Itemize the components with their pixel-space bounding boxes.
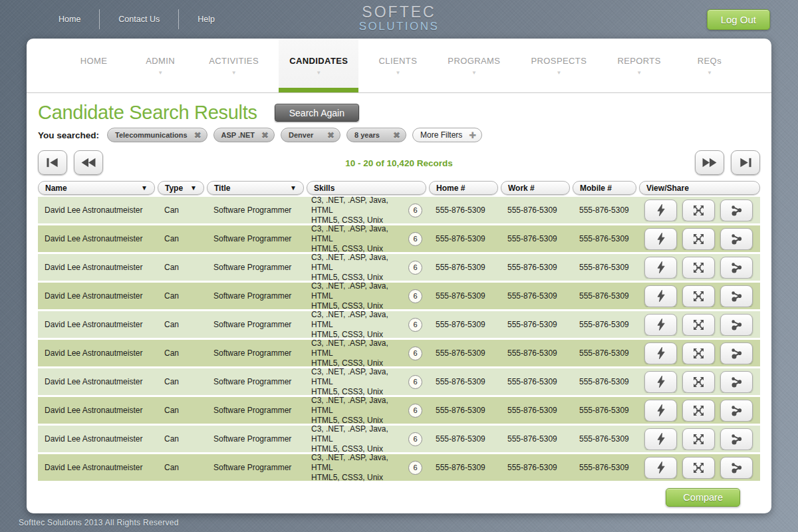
candidate-title: Software Programmer	[207, 234, 304, 243]
column-header-home-phone[interactable]: Home # ▼	[429, 181, 498, 195]
tab-prospects[interactable]: PROSPECTS ▼	[520, 39, 597, 92]
column-header-skills[interactable]: Skills ▼	[307, 181, 426, 195]
compare-button[interactable]: Compare	[666, 488, 740, 507]
expand-button[interactable]	[682, 200, 715, 221]
expand-button[interactable]	[682, 342, 715, 364]
compare-row: Compare	[38, 488, 760, 507]
candidate-type: Can	[158, 348, 204, 358]
expand-button[interactable]	[682, 257, 715, 279]
column-header-name[interactable]: Name ▼	[38, 181, 155, 195]
lightning-icon	[654, 403, 668, 418]
column-header-type[interactable]: Type ▼	[158, 181, 204, 195]
column-header-view-share[interactable]: View/Share ▼	[639, 181, 760, 195]
skills-line-1: C3, .NET, .ASP, Java, HTML	[311, 338, 408, 358]
share-button[interactable]	[720, 428, 753, 450]
expand-button[interactable]	[682, 285, 715, 307]
close-icon[interactable]: ✖	[327, 130, 334, 140]
table-row[interactable]: David Lee Astronautmeister Can Software …	[38, 454, 760, 481]
share-button[interactable]	[720, 371, 753, 393]
quick-view-button[interactable]	[644, 314, 677, 336]
first-page-button[interactable]	[38, 150, 67, 175]
topbar-link-contact-us[interactable]: Contact Us	[99, 9, 178, 29]
last-page-button[interactable]	[731, 150, 760, 175]
candidate-skills-cell: C3, .NET, .ASP, Java, HTML HTML5, CSS3, …	[307, 453, 426, 483]
tab-reqs[interactable]: REQs ▼	[681, 39, 738, 92]
previous-page-button[interactable]	[74, 150, 103, 175]
view-share-actions	[639, 371, 760, 393]
table-row[interactable]: David Lee Astronautmeister Can Software …	[38, 340, 760, 366]
topbar-link-help[interactable]: Help	[178, 9, 233, 29]
table-row[interactable]: David Lee Astronautmeister Can Software …	[38, 197, 760, 223]
mobile-phone: 555-876-5309	[573, 205, 636, 215]
quick-view-button[interactable]	[644, 342, 677, 364]
expand-button[interactable]	[682, 428, 715, 450]
topbar-link-home[interactable]: Home	[40, 9, 99, 29]
column-header-mobile-phone[interactable]: Mobile # ▼	[573, 181, 636, 195]
column-header-work-phone[interactable]: Work # ▼	[501, 181, 570, 195]
filter-pill[interactable]: ASP .NET ✖	[213, 128, 275, 142]
nav-tab-label: ACTIVITIES	[209, 56, 259, 66]
expand-button[interactable]	[682, 457, 715, 479]
share-button[interactable]	[720, 228, 753, 250]
filter-pill[interactable]: Denver ✖	[281, 128, 340, 142]
close-icon[interactable]: ✖	[261, 130, 269, 140]
column-header-title[interactable]: Title ▼	[207, 181, 304, 195]
expand-button[interactable]	[682, 314, 715, 336]
expand-button[interactable]	[682, 371, 715, 393]
chevron-down-icon: ▼	[395, 70, 400, 76]
next-page-button[interactable]	[695, 150, 724, 175]
share-button[interactable]	[720, 400, 753, 422]
table-row[interactable]: David Lee Astronautmeister Can Software …	[38, 311, 760, 338]
home-phone: 555-876-5309	[429, 205, 498, 215]
close-icon[interactable]: ✖	[194, 130, 201, 140]
table-row[interactable]: David Lee Astronautmeister Can Software …	[38, 368, 760, 395]
work-phone: 555-876-5309	[501, 320, 570, 329]
home-phone: 555-876-5309	[429, 434, 498, 444]
tab-clients[interactable]: CLIENTS ▼	[368, 39, 428, 92]
filter-pill[interactable]: Telecommunications ✖	[107, 128, 207, 142]
plus-icon: ✚	[469, 130, 476, 140]
quick-view-button[interactable]	[644, 285, 677, 307]
tab-admin[interactable]: ADMIN ▼	[132, 39, 189, 92]
tab-home[interactable]: HOME ▼	[65, 39, 122, 92]
tab-candidates[interactable]: CANDIDATES ▼	[279, 39, 358, 92]
table-row[interactable]: David Lee Astronautmeister Can Software …	[38, 426, 760, 452]
tab-programs[interactable]: PROGRAMS ▼	[437, 39, 511, 92]
candidate-type: Can	[158, 320, 204, 329]
quick-view-button[interactable]	[644, 428, 677, 450]
share-button[interactable]	[720, 342, 753, 364]
table-row[interactable]: David Lee Astronautmeister Can Software …	[38, 283, 760, 309]
share-button[interactable]	[720, 314, 753, 336]
tab-reports[interactable]: REPORTS ▼	[606, 39, 671, 92]
candidate-skills-cell: C3, .NET, .ASP, Java, HTML HTML5, CSS3, …	[307, 224, 426, 254]
log-out-button[interactable]: Log Out	[707, 9, 770, 30]
home-phone: 555-876-5309	[429, 234, 498, 243]
quick-view-button[interactable]	[644, 228, 677, 250]
share-button[interactable]	[720, 257, 753, 279]
expand-button[interactable]	[682, 228, 715, 250]
table-row[interactable]: David Lee Astronautmeister Can Software …	[38, 225, 760, 252]
skills-line-1: C3, .NET, .ASP, Java, HTML	[311, 424, 408, 444]
quick-view-button[interactable]	[644, 457, 677, 479]
table-row[interactable]: David Lee Astronautmeister Can Software …	[38, 397, 760, 424]
quick-view-button[interactable]	[644, 400, 677, 422]
share-button[interactable]	[720, 285, 753, 307]
close-icon[interactable]: ✖	[393, 130, 400, 140]
share-button[interactable]	[720, 200, 753, 221]
lightning-icon	[654, 460, 668, 475]
share-button[interactable]	[720, 457, 753, 479]
quick-view-button[interactable]	[644, 371, 677, 393]
candidate-type: Can	[158, 377, 204, 386]
quick-view-button[interactable]	[644, 257, 677, 279]
expand-button[interactable]	[682, 400, 715, 422]
quick-view-button[interactable]	[644, 200, 677, 221]
tab-activities[interactable]: ACTIVITIES ▼	[198, 39, 269, 92]
filter-pill[interactable]: 8 years ✖	[346, 128, 406, 142]
more-filters-button[interactable]: More Filters ✚	[412, 128, 482, 142]
candidate-type: Can	[158, 463, 204, 472]
share-icon	[730, 289, 743, 303]
table-row[interactable]: David Lee Astronautmeister Can Software …	[38, 254, 760, 281]
view-share-actions	[639, 314, 760, 336]
lightning-icon	[654, 231, 668, 246]
search-again-button[interactable]: Search Again	[275, 104, 359, 122]
